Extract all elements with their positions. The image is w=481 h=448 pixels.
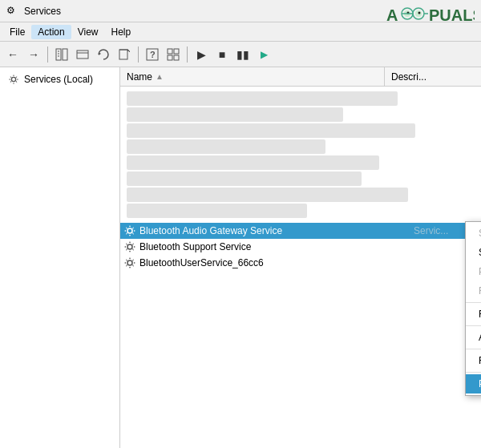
sidebar-label: Services (Local) — [24, 74, 93, 85]
standard-tabs-button[interactable] — [73, 45, 92, 64]
service-name-3: BluetoothUserService_66cc6 — [139, 257, 478, 268]
ctx-stop[interactable]: Stop — [466, 243, 481, 262]
blurred-row — [127, 91, 398, 106]
svg-marker-17 — [99, 52, 101, 55]
ctx-sep-3 — [466, 349, 481, 349]
svg-text:A: A — [386, 6, 398, 24]
view-toggle-icon — [167, 48, 180, 61]
svg-rect-18 — [119, 50, 127, 59]
service-gear-icon-3 — [123, 256, 136, 269]
forward-button[interactable]: → — [24, 45, 43, 64]
blurred-row — [127, 204, 307, 218]
ctx-resume[interactable]: Resume — [466, 281, 481, 301]
column-header: Name ▲ Descri... — [120, 67, 481, 87]
ctx-sep-1 — [466, 302, 481, 303]
svg-rect-10 — [56, 49, 61, 60]
svg-point-28 — [11, 77, 15, 81]
blurred-row — [127, 155, 379, 170]
title-bar: ⚙ Services A PUALS — [0, 0, 481, 22]
ctx-pause[interactable]: Pause — [466, 262, 481, 281]
menu-help[interactable]: Help — [105, 25, 138, 39]
sidebar-item-services-local[interactable]: Services (Local) — [3, 71, 116, 88]
ctx-properties[interactable]: Properties — [466, 374, 481, 394]
svg-rect-25 — [174, 49, 179, 54]
ctx-sep-2 — [466, 325, 481, 326]
svg-rect-27 — [174, 55, 179, 60]
context-menu: Start Stop Pause Resume Restart All Task… — [465, 221, 481, 396]
svg-text:?: ? — [150, 50, 156, 59]
export-button[interactable] — [115, 45, 134, 64]
svg-rect-15 — [77, 50, 88, 59]
ctx-sep-4 — [466, 372, 481, 373]
service-name-1: Bluetooth Audio Gateway Service — [139, 225, 414, 236]
menu-view[interactable]: View — [71, 25, 105, 39]
console-tree-button[interactable] — [52, 45, 71, 64]
standard-tabs-icon — [76, 48, 89, 61]
title-bar-text: Services — [24, 6, 61, 17]
blurred-row — [127, 139, 325, 154]
back-button[interactable]: ← — [3, 45, 22, 64]
restart-button[interactable]: ▶ — [254, 45, 273, 64]
title-bar-icon: ⚙ — [6, 5, 19, 18]
menu-action[interactable]: Action — [31, 25, 71, 39]
blurred-rows-container — [120, 87, 481, 223]
service-row-bluetooth-support[interactable]: Bluetooth Support Service — [120, 239, 481, 255]
help-button[interactable]: ? — [143, 45, 162, 64]
svg-point-31 — [127, 260, 132, 265]
refresh-button[interactable] — [94, 45, 113, 64]
console-tree-icon — [55, 48, 68, 61]
appuals-logo-svg: A PUALS — [386, 3, 475, 26]
service-gear-icon — [123, 224, 136, 237]
services-panel: Name ▲ Descri... — [120, 67, 481, 448]
main-content: Services (Local) Name ▲ Descri... — [0, 67, 481, 448]
pause-button[interactable]: ▮▮ — [233, 45, 253, 64]
toolbar: ← → ? — [0, 42, 481, 67]
service-name-2: Bluetooth Support Service — [139, 241, 478, 252]
ctx-restart[interactable]: Restart — [466, 305, 481, 324]
ctx-start[interactable]: Start — [466, 224, 481, 243]
service-gear-icon-2 — [123, 240, 136, 253]
blurred-row — [127, 107, 343, 122]
svg-rect-26 — [168, 55, 172, 60]
col-name-header: Name ▲ — [120, 67, 385, 86]
svg-text:PUALS: PUALS — [429, 6, 475, 24]
ctx-all-tasks[interactable]: All Tasks ▶ — [466, 328, 481, 347]
svg-point-6 — [418, 12, 421, 14]
toolbar-sep-3 — [187, 46, 188, 63]
export-icon — [118, 48, 131, 61]
sidebar: Services (Local) — [0, 67, 120, 448]
refresh-icon — [97, 48, 110, 61]
col-desc-header: Descri... — [385, 67, 481, 86]
svg-point-29 — [127, 228, 132, 233]
view-toggle-button[interactable] — [164, 45, 183, 64]
play-button[interactable]: ▶ — [192, 45, 211, 64]
ctx-refresh[interactable]: Refresh — [466, 351, 481, 370]
sidebar-gear-icon — [8, 74, 19, 85]
blurred-row — [127, 123, 415, 138]
appuals-logo: A PUALS — [386, 3, 475, 28]
toolbar-sep-2 — [138, 46, 139, 63]
menu-file[interactable]: File — [3, 25, 31, 39]
svg-point-30 — [127, 244, 132, 249]
svg-rect-11 — [63, 49, 67, 60]
svg-rect-24 — [168, 49, 172, 54]
service-row-bluetooth-user[interactable]: BluetoothUserService_66cc6 — [120, 255, 481, 271]
blurred-row — [127, 188, 408, 202]
service-row-bluetooth-audio[interactable]: Bluetooth Audio Gateway Service Servic..… — [120, 223, 481, 239]
stop-button[interactable]: ■ — [212, 45, 232, 64]
toolbar-sep-1 — [47, 46, 48, 63]
blurred-row — [127, 172, 362, 186]
help-icon: ? — [146, 48, 159, 61]
